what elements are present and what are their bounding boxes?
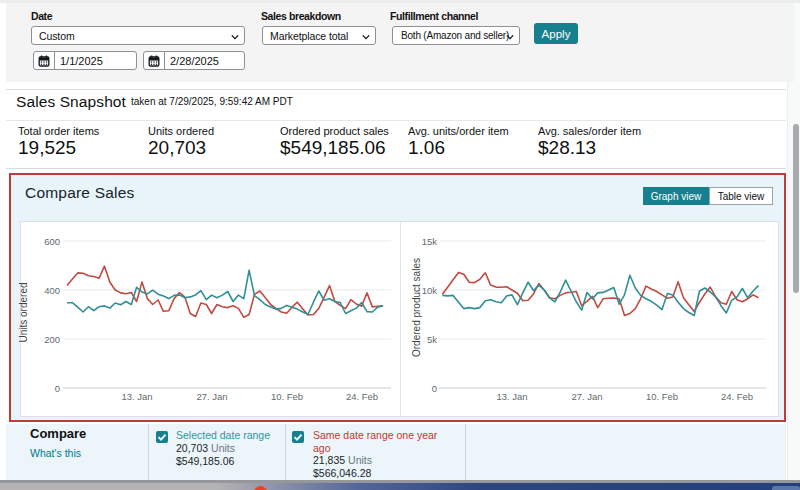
svg-text:24. Feb: 24. Feb	[346, 391, 378, 402]
svg-text:13. Jan: 13. Jan	[496, 391, 527, 402]
svg-text:200: 200	[44, 334, 60, 345]
svg-text:10k: 10k	[422, 285, 438, 296]
svg-text:600: 600	[44, 236, 60, 247]
svg-text:5k: 5k	[427, 334, 437, 345]
svg-text:13. Jan: 13. Jan	[121, 391, 152, 402]
svg-text:24. Feb: 24. Feb	[721, 391, 753, 402]
svg-text:10. Feb: 10. Feb	[646, 391, 678, 402]
svg-text:0: 0	[55, 383, 60, 394]
svg-text:400: 400	[44, 285, 60, 296]
svg-text:27. Jan: 27. Jan	[196, 391, 227, 402]
svg-text:15k: 15k	[422, 236, 438, 247]
svg-text:0: 0	[432, 383, 437, 394]
svg-text:10. Feb: 10. Feb	[271, 391, 303, 402]
svg-text:27. Jan: 27. Jan	[571, 391, 602, 402]
